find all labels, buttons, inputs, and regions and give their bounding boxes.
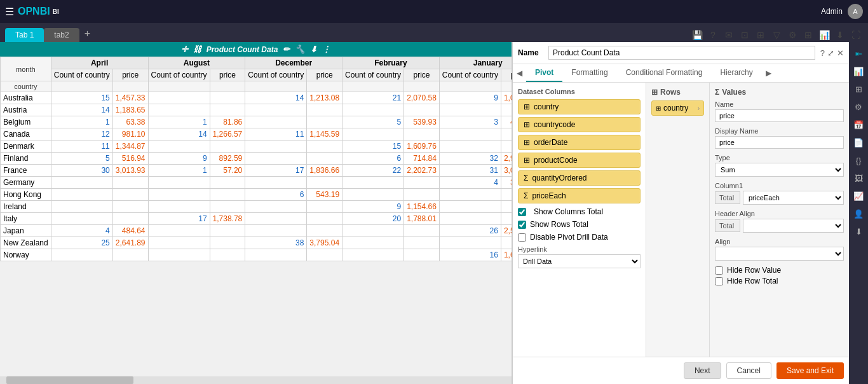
help-icon[interactable]: ? — [706, 28, 720, 42]
dataset-item-quantityordered[interactable]: Σ quantityOrdered — [518, 170, 641, 186]
table-body: Australia151,457.33141,213.08212,070.589… — [1, 92, 512, 261]
pivot-nav-right[interactable]: ▶ — [762, 66, 775, 80]
sidebar-person-icon[interactable]: 👤 — [851, 206, 866, 221]
mail-icon[interactable]: ✉ — [722, 28, 736, 42]
table-cell — [404, 177, 440, 189]
dataset-item-country[interactable]: ⊞ country — [518, 99, 641, 114]
sidebar-collapse-icon[interactable]: ⇤ — [851, 46, 866, 61]
move-icon[interactable]: ✛ — [181, 45, 188, 54]
name-form-input[interactable] — [715, 109, 844, 122]
tab-2[interactable]: tab2 — [44, 28, 79, 42]
table-cell: 2,202.73 — [404, 165, 440, 177]
tab-formatting[interactable]: Formatting — [562, 64, 616, 82]
sidebar-filter-icon[interactable]: ⚙ — [851, 99, 866, 114]
sidebar-down-arrow-icon[interactable]: ⬇ — [851, 224, 866, 239]
table-cell: Canada — [1, 128, 51, 141]
table-cell — [51, 189, 112, 201]
table-cell — [210, 237, 245, 249]
sidebar-image-icon[interactable]: 🖼 — [851, 170, 866, 186]
table-container[interactable]: month April August December February Jan… — [0, 57, 512, 376]
expand-icon[interactable]: ⊞ — [754, 28, 768, 42]
show-columns-total-checkbox[interactable] — [518, 208, 526, 216]
hide-row-value-checkbox[interactable] — [715, 266, 723, 275]
fullscreen-icon[interactable]: ⛶ — [849, 28, 863, 42]
dataset-item-orderdate[interactable]: ⊞ orderDate — [518, 135, 641, 150]
tab-conditional[interactable]: Conditional Formatting — [617, 64, 712, 82]
table-cell — [51, 213, 112, 225]
prefix-col1-select[interactable]: priceEach — [743, 191, 844, 205]
hamburger-icon[interactable]: ☰ — [5, 6, 14, 18]
table-cell — [307, 201, 342, 213]
save-exit-button[interactable]: Save and Exit — [776, 362, 844, 379]
tab-1[interactable]: Tab 1 — [5, 28, 44, 42]
table-cell: Germany — [1, 177, 51, 189]
chart-icon[interactable]: 📊 — [817, 28, 831, 42]
edit-icon[interactable]: ✏ — [283, 45, 290, 54]
show-rows-total-checkbox[interactable] — [518, 221, 526, 229]
name-input[interactable] — [548, 46, 815, 60]
tool-icon[interactable]: 🔧 — [295, 45, 305, 54]
rows-item-label: country — [663, 104, 688, 113]
table-cell: 484.64 — [112, 225, 148, 237]
download-icon[interactable]: ⬇ — [833, 28, 847, 42]
table-cell — [404, 189, 440, 201]
sidebar-report-icon[interactable]: 📄 — [851, 135, 866, 150]
header-align-select[interactable] — [743, 219, 844, 233]
dataset-item-countrycode[interactable]: ⊞ countrycode — [518, 117, 641, 132]
export-icon[interactable]: ⬇ — [310, 45, 317, 54]
table-cell: 15 — [51, 92, 112, 104]
rows-item-country[interactable]: ⊞ country › — [651, 100, 704, 116]
disable-pivot-drill-checkbox[interactable] — [518, 233, 526, 242]
logo-bi: BI — [53, 8, 59, 15]
resize-icon[interactable]: ⤢ — [827, 48, 834, 58]
sidebar-calendar-icon[interactable]: 📅 — [851, 117, 866, 132]
table-cell: 3,013.93 — [112, 165, 148, 177]
table-cell — [51, 177, 112, 189]
header-align-label: Header Align — [715, 210, 844, 217]
hyperlink-select[interactable]: Drill Data — [518, 254, 641, 268]
show-rows-total-row: Show Rows Total — [518, 220, 641, 229]
dataset-item-productcode[interactable]: ⊞ productCode — [518, 153, 641, 168]
display-name-input[interactable] — [715, 136, 844, 149]
table-cell: 21 — [342, 92, 404, 104]
save-icon[interactable]: 💾 — [690, 28, 704, 42]
align-select[interactable] — [715, 247, 844, 261]
table-cell — [439, 189, 501, 201]
settings-icon[interactable]: ⚙ — [785, 28, 799, 42]
h-scrollbar[interactable] — [0, 376, 512, 384]
close-right-icon[interactable]: ✕ — [837, 48, 844, 58]
sidebar-linechart-icon[interactable]: 📈 — [851, 188, 866, 203]
table-cell — [501, 237, 512, 249]
tab-hierarchy[interactable]: Hierarchy — [711, 64, 761, 82]
dataset-item-priceeach[interactable]: Σ priceEach — [518, 188, 641, 203]
table-cell: 9 — [342, 201, 404, 213]
table-cell: Belgium — [1, 116, 51, 128]
pivot-nav-left[interactable]: ◀ — [513, 66, 526, 80]
table-cell — [342, 104, 404, 116]
sidebar-layers-icon[interactable]: ⊞ — [851, 81, 866, 97]
table-cell — [245, 201, 307, 213]
cancel-button[interactable]: Cancel — [726, 362, 771, 379]
h-scrollbar-thumb[interactable] — [6, 376, 133, 384]
table-cell: 1 — [51, 116, 112, 128]
add-tab-button[interactable]: + — [79, 25, 95, 42]
table-cell: 516.94 — [112, 153, 148, 165]
table-row: Ireland91,154.66 — [1, 201, 512, 213]
hide-row-total-checkbox[interactable] — [715, 277, 723, 285]
sidebar-bar-chart-icon[interactable]: 📊 — [851, 64, 866, 79]
sidebar-code-icon[interactable]: {} — [851, 153, 866, 168]
values-panel: Σ Values Name Display Name Type Sum — [710, 83, 849, 357]
align-group: Align — [715, 238, 844, 261]
type-select[interactable]: Sum — [715, 163, 844, 177]
avatar[interactable]: A — [848, 4, 863, 19]
help-right-icon[interactable]: ? — [820, 48, 825, 58]
filter-icon[interactable]: ▽ — [770, 28, 783, 42]
tab-pivot[interactable]: Pivot — [526, 64, 562, 82]
share-icon[interactable]: ⊡ — [738, 28, 752, 42]
display-name-label: Display Name — [715, 127, 844, 135]
table-cell — [210, 92, 245, 104]
more-icon[interactable]: ⋮ — [322, 45, 330, 54]
link-icon[interactable]: ⛓ — [193, 45, 201, 54]
grid-icon[interactable]: ⊞ — [801, 28, 815, 42]
next-button[interactable]: Next — [684, 362, 721, 379]
